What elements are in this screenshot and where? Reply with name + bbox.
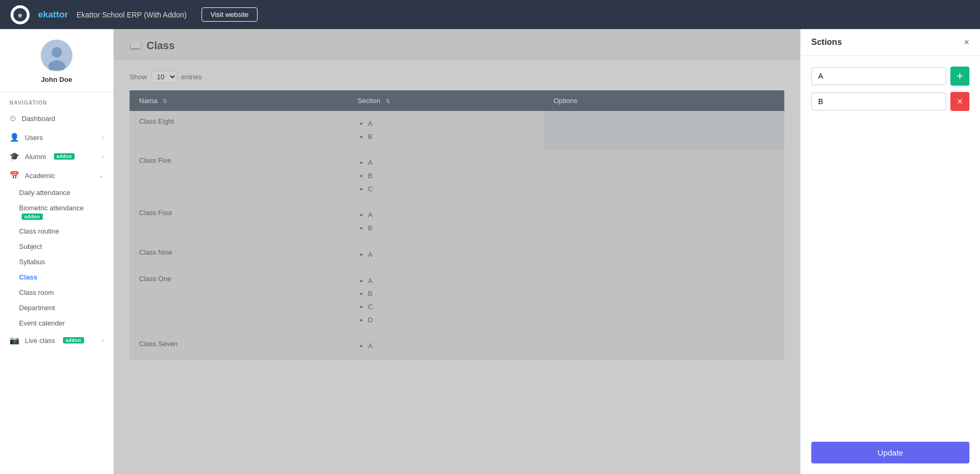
navbar-brand-text: ekattor [38, 10, 68, 20]
section-a-input[interactable] [811, 67, 946, 85]
chevron-right-icon: › [102, 134, 104, 141]
sidebar-item-label-users: Users [25, 134, 43, 142]
section-item: A [368, 209, 535, 222]
sidebar-item-event-calender[interactable]: Event calender [0, 315, 113, 331]
row-class-name: Class One [130, 268, 348, 333]
user-name: John Doe [41, 76, 72, 83]
sidebar-item-live-class[interactable]: 📷 Live class addon › [0, 331, 113, 350]
table-row: Class FiveABC [130, 150, 784, 202]
side-panel-title: Sctions [811, 38, 842, 47]
sidebar-item-class[interactable]: Class [0, 269, 113, 285]
sidebar-item-alumni[interactable]: 🎓 Alumni addon › [0, 147, 113, 166]
row-sections: A [348, 241, 544, 268]
avatar [41, 40, 72, 71]
subject-label: Subject [19, 243, 42, 250]
navbar-title: Ekattor School ERP (With Addon) [77, 11, 187, 19]
sidebar-item-class-routine[interactable]: Class routine [0, 224, 113, 239]
row-sections: AB [348, 202, 544, 241]
sidebar-item-label-academic: Academic [25, 172, 55, 180]
chevron-right-icon-alumni: › [102, 153, 104, 160]
side-panel-body: + × [801, 56, 980, 442]
row-class-name: Class Seven [130, 333, 348, 360]
svg-point-3 [51, 47, 62, 58]
live-class-addon-badge: addon [63, 337, 84, 343]
alumni-addon-badge: addon [54, 153, 75, 160]
remove-section-button[interactable]: × [950, 92, 969, 111]
live-class-label: Live class [25, 337, 55, 345]
daily-attendance-label: Daily attendance [19, 189, 70, 197]
section-item: B [368, 222, 535, 235]
sidebar-item-users[interactable]: 👤 Users › [0, 128, 113, 147]
table-row: Class SevenA [130, 333, 784, 360]
sidebar: John Doe NAVIGATION ⊙ Dashboard 👤 Users … [0, 29, 114, 474]
sidebar-item-syllabus[interactable]: Syllabus [0, 254, 113, 269]
sidebar-item-label-dashboard: Dashboard [22, 115, 56, 123]
row-class-name: Class Nine [130, 241, 348, 268]
data-table: Nama ⇅ Section ⇅ Options Class EightABCl… [130, 90, 784, 360]
entries-label: entries [181, 73, 202, 81]
class-label: Class [19, 273, 38, 281]
class-room-label: Class room [19, 289, 54, 296]
sidebar-item-dashboard[interactable]: ⊙ Dashboard [0, 109, 113, 128]
entries-select[interactable]: 10 25 50 [151, 71, 177, 83]
sidebar-profile: John Doe [0, 29, 113, 92]
section-item: B [368, 131, 535, 144]
section-b-input[interactable] [811, 92, 946, 110]
row-options [544, 150, 784, 202]
sidebar-item-academic[interactable]: 📅 Academic ⌄ [0, 166, 113, 185]
section-item: C [368, 301, 535, 314]
row-options [544, 268, 784, 333]
section-item: D [368, 314, 535, 327]
sidebar-item-department[interactable]: Department [0, 300, 113, 315]
content-area: 📖 Class Show 10 25 50 entries Nama [114, 29, 800, 474]
sidebar-item-class-room[interactable]: Class room [0, 285, 113, 300]
col-nama: Nama ⇅ [130, 90, 348, 111]
col-section: Section ⇅ [348, 90, 544, 111]
section-item: A [368, 340, 535, 353]
brand-logo: e [11, 5, 30, 24]
sidebar-item-biometric-attendance[interactable]: Biometric attendance addon [0, 200, 113, 224]
section-item: A [368, 275, 535, 288]
update-button[interactable]: Update [811, 442, 969, 463]
department-label: Department [19, 304, 55, 312]
row-sections: ABC [348, 150, 544, 202]
section-item: B [368, 287, 535, 301]
class-routine-label: Class routine [19, 227, 59, 235]
syllabus-label: Syllabus [19, 258, 45, 266]
row-class-name: Class Five [130, 150, 348, 202]
row-class-name: Class Four [130, 202, 348, 241]
table-row: Class EightAB [130, 111, 784, 150]
visit-website-button[interactable]: Visit website [202, 7, 258, 22]
biometric-addon-badge: addon [22, 213, 43, 220]
svg-text:e: e [18, 11, 22, 19]
live-class-icon: 📷 [10, 336, 20, 345]
sidebar-item-label-alumni: Alumni [25, 153, 46, 161]
col-options: Options [544, 90, 784, 111]
row-sections: ABCD [348, 268, 544, 333]
chevron-down-icon-academic: ⌄ [98, 172, 104, 179]
side-panel-header: Sctions × [801, 29, 980, 56]
sidebar-item-daily-attendance[interactable]: Daily attendance [0, 185, 113, 200]
biometric-attendance-label: Biometric attendance [19, 204, 84, 212]
content-body: Show 10 25 50 entries Nama ⇅ [114, 60, 800, 474]
table-row: Class NineA [130, 241, 784, 268]
show-entries: Show 10 25 50 entries [130, 71, 784, 83]
page-header: 📖 Class [114, 29, 800, 60]
row-options [544, 202, 784, 241]
navbar: e ekattor Ekattor School ERP (With Addon… [0, 0, 980, 29]
table-row: Class OneABCD [130, 268, 784, 333]
row-options [544, 333, 784, 360]
section-item: A [368, 117, 535, 131]
side-panel: Sctions × + × Update [800, 29, 980, 474]
section-item: C [368, 183, 535, 196]
row-options [544, 111, 784, 150]
row-sections: A [348, 333, 544, 360]
section-a-row: + [811, 67, 969, 86]
nav-section-label: NAVIGATION [0, 92, 113, 109]
sidebar-item-subject[interactable]: Subject [0, 239, 113, 254]
close-panel-button[interactable]: × [964, 38, 969, 47]
table-row: Class FourAB [130, 202, 784, 241]
row-class-name: Class Eight [130, 111, 348, 150]
dashboard-icon: ⊙ [10, 114, 16, 123]
add-section-button[interactable]: + [950, 67, 969, 86]
